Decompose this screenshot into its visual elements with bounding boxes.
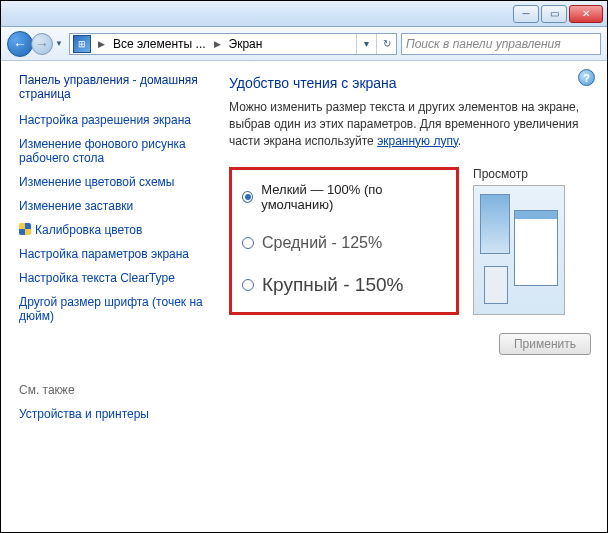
sidebar-link-wallpaper[interactable]: Изменение фонового рисунка рабочего стол…	[19, 137, 203, 165]
radio-large-150[interactable]: Крупный - 150%	[242, 274, 444, 296]
chevron-right-icon: ▶	[210, 39, 225, 49]
forward-button[interactable]: →	[31, 33, 53, 55]
navigation-bar: ← → ▼ ⊞ ▶ Все элементы ... ▶ Экран ▾ ↻ П…	[1, 27, 607, 61]
sidebar-link-custom-dpi[interactable]: Другой размер шрифта (точек на дюйм)	[19, 295, 203, 323]
main-content: ? Удобство чтения с экрана Можно изменит…	[211, 61, 607, 532]
body-area: Панель управления - домашняя страница На…	[1, 61, 607, 532]
apply-button[interactable]: Применить	[499, 333, 591, 355]
chevron-right-icon: ▶	[94, 39, 109, 49]
help-icon[interactable]: ?	[578, 69, 595, 86]
preview-label: Просмотр	[473, 167, 565, 181]
minimize-button[interactable]: ─	[513, 5, 539, 23]
nav-history-dropdown[interactable]: ▼	[53, 32, 65, 56]
breadcrumb-screen[interactable]: Экран	[225, 34, 267, 54]
close-button[interactable]: ✕	[569, 5, 603, 23]
preview-window-icon	[484, 266, 508, 304]
preview-group: Просмотр	[473, 167, 565, 315]
page-title: Удобство чтения с экрана	[229, 75, 591, 91]
radio-label: Средний - 125%	[262, 234, 382, 252]
magnifier-link[interactable]: экранную лупу	[377, 134, 458, 148]
sidebar-link-color-scheme[interactable]: Изменение цветовой схемы	[19, 175, 203, 189]
radio-label: Мелкий — 100% (по умолчанию)	[261, 182, 444, 212]
sidebar-link-screensaver[interactable]: Изменение заставки	[19, 199, 203, 213]
preview-window-icon	[514, 210, 558, 286]
sidebar: Панель управления - домашняя страница На…	[1, 61, 211, 532]
sidebar-link-resolution[interactable]: Настройка разрешения экрана	[19, 113, 203, 127]
page-description: Можно изменить размер текста и других эл…	[229, 99, 591, 149]
window-titlebar: ─ ▭ ✕	[1, 1, 607, 27]
preview-image	[473, 185, 565, 315]
address-bar[interactable]: ⊞ ▶ Все элементы ... ▶ Экран ▾ ↻	[69, 33, 397, 55]
search-placeholder: Поиск в панели управления	[406, 37, 561, 51]
radio-icon	[242, 279, 254, 291]
shield-icon	[19, 223, 31, 235]
radio-label: Крупный - 150%	[262, 274, 403, 296]
sidebar-link-calibrate-color[interactable]: Калибровка цветов	[19, 223, 203, 237]
sidebar-heading[interactable]: Панель управления - домашняя страница	[19, 73, 203, 101]
dpi-options-highlight: Мелкий — 100% (по умолчанию) Средний - 1…	[229, 167, 459, 315]
back-button[interactable]: ←	[7, 31, 33, 57]
sidebar-link-display-settings[interactable]: Настройка параметров экрана	[19, 247, 203, 261]
radio-medium-125[interactable]: Средний - 125%	[242, 234, 444, 252]
radio-small-100[interactable]: Мелкий — 100% (по умолчанию)	[242, 182, 444, 212]
see-also-label: См. также	[19, 383, 203, 397]
sidebar-link-cleartype[interactable]: Настройка текста ClearType	[19, 271, 203, 285]
preview-window-icon	[480, 194, 510, 254]
maximize-button[interactable]: ▭	[541, 5, 567, 23]
breadcrumb-all-items[interactable]: Все элементы ...	[109, 34, 210, 54]
address-dropdown-button[interactable]: ▾	[356, 34, 376, 54]
nav-buttons: ← → ▼	[7, 31, 65, 57]
refresh-button[interactable]: ↻	[376, 34, 396, 54]
sidebar-link-devices-printers[interactable]: Устройства и принтеры	[19, 407, 203, 421]
radio-icon	[242, 191, 253, 203]
search-input[interactable]: Поиск в панели управления	[401, 33, 601, 55]
radio-icon	[242, 237, 254, 249]
control-panel-icon: ⊞	[73, 35, 91, 53]
